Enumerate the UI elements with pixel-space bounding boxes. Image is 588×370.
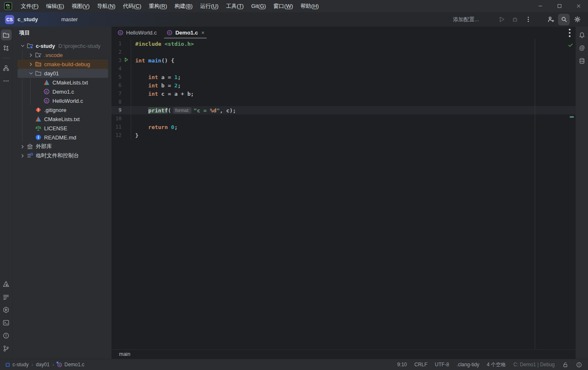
code-line-7[interactable]: 7 int c = a + b; [112,89,576,98]
tree-item-vscode[interactable]: .vscode [12,50,112,60]
status-item-9-10[interactable]: 9:10 [397,362,407,368]
breadcrumb-demo1-c[interactable]: CDemo1.c [57,362,84,368]
error-stripe[interactable] [569,39,576,349]
ai-assistant-tool-button[interactable]: @ [577,42,588,53]
code-line-1[interactable]: 1 #include <stdio.h> [112,40,576,48]
tree-item-cmakelists-txt[interactable]: CMakeLists.txt [12,114,112,124]
gutter: 12 [112,131,131,139]
code-line-3[interactable]: 3 int main() { [112,56,576,65]
project-panel-header[interactable]: 项目 [12,27,112,39]
project-folder-tool-button[interactable] [1,30,12,40]
more-tool-button[interactable] [1,75,12,86]
vcs-branch-widget[interactable]: master [59,16,88,22]
inspection-icon[interactable] [576,362,582,368]
menu-item-w[interactable]: 窗口(W) [270,0,297,12]
code-line-2[interactable]: 2 [112,48,576,56]
minimize-button[interactable] [531,0,550,12]
search-button[interactable] [558,14,570,25]
breadcrumb-day01[interactable]: day01 [36,362,50,368]
tree-item-readme-md[interactable]: i README.md [12,133,112,142]
status-item-4[interactable]: 4 个空格 [487,361,506,368]
todo-tool-button[interactable] [1,291,12,302]
editor-tab-demo1-c[interactable]: CDemo1.c × [161,27,209,39]
menu-item-h[interactable]: 帮助(H) [297,0,323,12]
menu-item-b[interactable]: 构建(B) [171,0,196,12]
chevron-collapsed-icon[interactable] [27,52,35,58]
tree-item-c-study[interactable]: c-study D:\project\c-study [12,41,112,50]
chevron-expanded-icon[interactable] [18,43,27,49]
run-line-icon[interactable] [124,57,129,64]
menu-item-e[interactable]: 编辑(E) [42,0,68,12]
settings-button[interactable] [571,14,583,25]
tree-item-item-11[interactable]: 外部库 [12,142,112,151]
code-line-10[interactable]: 10 [112,114,576,123]
structure-tool-button[interactable] [1,62,12,73]
close-button[interactable] [569,0,588,12]
breadcrumb-c-study[interactable]: c-study [5,362,29,368]
editor-tab-helloworld-c[interactable]: CHelloWorld.c [112,27,161,39]
menu-item-r[interactable]: 重构(R) [145,0,171,12]
tree-item-demo1-c[interactable]: C Demo1.c [12,87,112,96]
close-tab-icon[interactable]: × [201,30,205,36]
inspections-ok-icon[interactable] [568,42,573,48]
main-toolbar: CS c_study master 添加配置... [0,12,588,27]
tree-item-cmake-build-debug[interactable]: cmake-build-debug [12,60,112,69]
menu-item-f[interactable]: 文件(F) [17,0,42,12]
tree-item-item-12[interactable]: 临时文件和控制台 [12,151,112,160]
run-button[interactable] [496,14,507,25]
code-line-5[interactable]: 5 int a = 1; [112,73,576,81]
chevron-collapsed-icon[interactable] [18,144,27,150]
tree-item-label: CMakeLists.txt [44,116,79,122]
chevron-collapsed-icon[interactable] [27,61,35,67]
context-function-name[interactable]: main [119,351,130,357]
gutter: 8 [112,98,131,106]
notifications-tool-button[interactable] [577,30,588,40]
database-tool-button[interactable] [577,55,588,66]
tab-options-button[interactable] [564,27,576,39]
maximize-button[interactable] [550,0,569,12]
status-item-clang-tidy[interactable]: .clang-tidy [457,362,479,368]
menu-item-t[interactable]: 工具(T) [222,0,248,12]
menu-item-v[interactable]: 视图(V) [68,0,93,12]
kebab-button[interactable] [522,14,534,25]
project-switcher[interactable]: c_study [17,16,48,22]
commit-tool-button[interactable] [1,42,12,53]
code-line-4[interactable]: 4 [112,65,576,73]
tree-item-helloworld-c[interactable]: C HelloWorld.c [12,96,112,105]
status-item-utf-8[interactable]: UTF-8 [435,362,449,368]
menu-item-n[interactable]: 导航(N) [93,0,119,12]
lock-icon[interactable] [562,362,568,368]
menu-item-g[interactable]: Git(G) [248,0,270,12]
folder-project [27,42,33,49]
menu-item-c[interactable]: 代码(C) [119,0,145,12]
c-file: C [57,362,62,368]
line-number: 5 [112,74,122,80]
git-tool-button[interactable] [1,343,12,354]
debug-button[interactable] [509,14,521,25]
project-badge[interactable]: CS [5,15,14,24]
services-tool-button[interactable] [1,304,12,315]
code-line-11[interactable]: 11 return 0; [112,123,576,131]
tree-item-cmakelists-txt[interactable]: CMakeLists.txt [12,78,112,87]
chevron-collapsed-icon[interactable] [18,153,27,159]
problems-tool-button[interactable] [1,330,12,341]
collab-button[interactable] [545,14,556,25]
tree-item-label: .vscode [44,52,63,58]
status-item-crlf[interactable]: CRLF [414,362,427,368]
chevron-expanded-icon[interactable] [27,70,35,77]
menu-item-u[interactable]: 运行(U) [196,0,222,12]
run-configuration-selector[interactable]: 添加配置... [453,16,490,23]
tree-item-day01[interactable]: day01 [12,69,112,78]
tree-item-license[interactable]: LICENSE [12,124,112,133]
code-line-9[interactable]: 9 printf(format:"c = %d", c); [112,106,576,114]
project-name: c_study [17,16,38,22]
code-line-8[interactable]: 8 [112,98,576,106]
code-line-6[interactable]: 6 int b = 2; [112,81,576,89]
terminal-tool-button[interactable] [1,317,12,328]
cmake-tool-button[interactable] [1,278,12,289]
status-item-c-demo1-debug[interactable]: C: Demo1 | Debug [514,362,555,368]
stripe-marker[interactable] [570,116,574,118]
code-editor[interactable]: 1 #include <stdio.h> 2 3 int main() { 4 … [112,39,576,349]
tree-item-gitignore[interactable]: .gitignore [12,105,112,114]
code-line-12[interactable]: 12 } [112,131,576,139]
